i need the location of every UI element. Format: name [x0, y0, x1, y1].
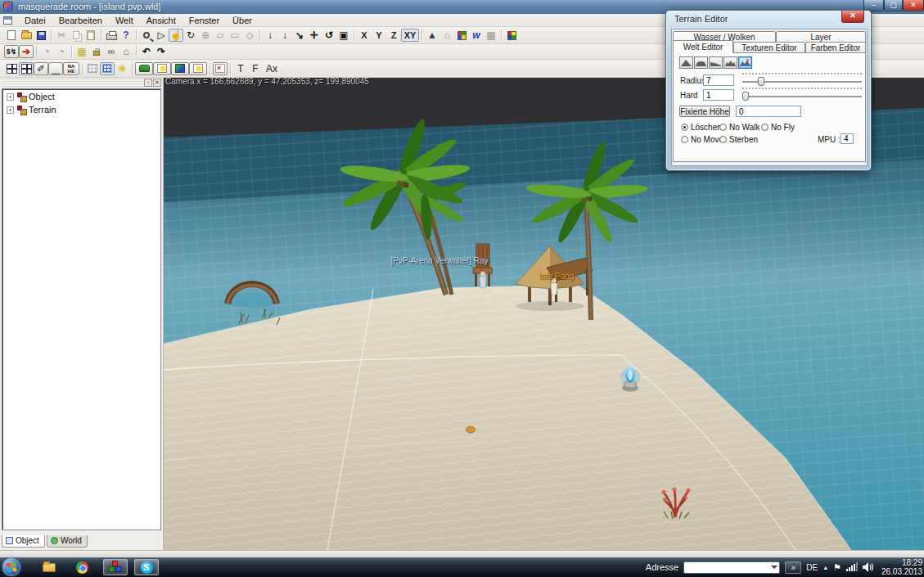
tool-gray-2-icon[interactable]: ▱ — [213, 29, 228, 42]
menu-ansicht[interactable]: Ansicht — [140, 15, 183, 26]
grid-yellow-icon[interactable]: ▦ — [74, 45, 89, 58]
brush-water-button[interactable] — [738, 56, 752, 69]
axis-xy-button[interactable]: XY — [401, 29, 419, 42]
vertex-paint-icon[interactable] — [454, 29, 469, 42]
tool-gray-1-icon[interactable]: ⊕ — [198, 29, 213, 42]
brush-slope-button[interactable] — [709, 56, 723, 69]
brush-peak-button[interactable] — [679, 56, 693, 69]
combo-dropdown-icon[interactable] — [771, 566, 778, 572]
radius-slider-thumb[interactable] — [758, 77, 764, 86]
axis-z-button[interactable]: Z — [386, 29, 401, 42]
cut-icon[interactable]: ✂ — [54, 29, 69, 42]
help-icon[interactable]: ? — [119, 29, 133, 42]
ghost-2-icon[interactable]: ◔ — [54, 45, 69, 58]
tab-texturen-editor[interactable]: Texturen Editor — [733, 42, 805, 53]
brush-rough-button[interactable] — [723, 56, 737, 69]
arrow-down-thin-icon[interactable]: ↓ — [263, 29, 277, 42]
tool-gray-3-icon[interactable]: ▭ — [228, 29, 242, 42]
radio-loeschen[interactable]: Löschen — [681, 122, 722, 132]
close-button[interactable]: ✕ — [903, 0, 924, 11]
tab-world[interactable]: World — [47, 535, 88, 548]
menu-bearbeiten[interactable]: Bearbeiten — [52, 15, 109, 26]
start-button[interactable] — [2, 558, 20, 576]
move-cross-icon[interactable]: ✛ — [307, 29, 322, 42]
radio-no-fly[interactable]: No Fly — [761, 122, 795, 132]
grid-blue-icon[interactable] — [100, 62, 115, 75]
water-gradient-icon[interactable] — [171, 62, 189, 75]
radio-sterben[interactable]: Sterben — [719, 134, 758, 144]
show-hidden-icons[interactable]: ▲ — [823, 565, 828, 570]
hard-slider-thumb[interactable] — [742, 92, 749, 101]
language-indicator[interactable]: DE — [806, 563, 818, 572]
picker-wand-icon[interactable]: ✐ — [34, 62, 48, 75]
text-tool-t-button[interactable]: T — [233, 62, 248, 75]
pan-hand-icon[interactable]: ☝ — [169, 29, 183, 42]
home-icon[interactable]: ⌂ — [119, 45, 133, 58]
taskbar-explorer-icon[interactable] — [37, 559, 61, 575]
lock-icon[interactable] — [89, 45, 104, 58]
taskbar-skype-icon[interactable]: S — [134, 559, 159, 575]
w-text-icon[interactable]: w — [469, 29, 484, 42]
tree-node-label[interactable]: Object — [29, 92, 55, 101]
taskbar-clock[interactable]: 18:29 26.03.2013 — [881, 558, 922, 576]
print-icon[interactable] — [104, 29, 119, 42]
new-icon[interactable] — [4, 29, 19, 42]
link-chain-icon[interactable]: ∞ — [104, 45, 119, 58]
radio-no-walk[interactable]: No Walk — [719, 122, 759, 132]
action-center-flag-icon[interactable]: ⚑ — [833, 562, 841, 573]
menu-ueber[interactable]: Über — [226, 15, 259, 26]
texture-grid-icon[interactable] — [504, 29, 519, 42]
mu-gray-icon[interactable]: ▦ — [484, 29, 498, 42]
bounding-box-icon[interactable]: ▣ — [336, 29, 351, 42]
fixed-height-button[interactable]: Fixierte Höhe — [679, 106, 730, 117]
maximize-button[interactable]: ▢ — [884, 0, 903, 11]
volume-icon[interactable] — [863, 562, 873, 572]
arrow-down-bold-icon[interactable]: ↓ — [277, 29, 292, 42]
copy-icon[interactable] — [69, 29, 83, 42]
paste-icon[interactable] — [83, 29, 98, 42]
tree-node-terrain[interactable]: + Terrain — [7, 104, 160, 115]
tab-object[interactable]: Object — [2, 535, 45, 548]
zoom-icon[interactable] — [139, 29, 154, 42]
redo-icon[interactable]: ↷ — [154, 45, 169, 58]
brush-flat-button[interactable] — [694, 56, 708, 69]
axis-y-button[interactable]: Y — [372, 29, 386, 42]
panel-gripper[interactable] — [2, 79, 162, 87]
rotate-ccw-icon[interactable]: ↺ — [322, 29, 336, 42]
radio-no-move[interactable]: No Move — [681, 134, 723, 144]
menu-welt[interactable]: Welt — [109, 15, 140, 26]
hard-input[interactable] — [703, 89, 734, 101]
export-red-arrow-icon[interactable]: ➔ — [19, 45, 34, 58]
undo-icon[interactable]: ↶ — [139, 45, 154, 58]
snowflake-icon[interactable]: ✳ — [115, 62, 129, 75]
terrain-editor-dialog[interactable]: Terrain Editor ✕ Wasser / Wolken bearbei… — [665, 10, 872, 171]
grid-light-icon[interactable] — [85, 62, 100, 75]
radius-input[interactable] — [703, 74, 734, 86]
script-page-icon[interactable]: $↯ — [4, 45, 19, 58]
tab-welt-editor[interactable]: Welt Editor — [673, 40, 733, 53]
address-input[interactable] — [685, 562, 770, 573]
go-button[interactable]: » — [785, 561, 801, 574]
save-icon[interactable] — [34, 29, 48, 42]
tree-node-label[interactable]: Terrain — [29, 105, 56, 115]
mountain-icon[interactable]: ▲ — [425, 29, 439, 42]
fixed-height-input[interactable] — [736, 106, 801, 117]
grid-cross-icon[interactable] — [4, 62, 19, 75]
vertex-colors-icon[interactable] — [153, 62, 171, 75]
network-icon[interactable] — [846, 563, 858, 571]
ghost-1-icon[interactable]: ◔ — [39, 45, 54, 58]
panel-restore-button[interactable]: ▫ — [144, 79, 152, 87]
open-icon[interactable] — [19, 29, 34, 42]
expander-icon[interactable]: + — [7, 93, 14, 101]
text-tool-f-button[interactable]: F — [248, 62, 263, 75]
text-tool-ax-button[interactable]: Ax — [263, 62, 281, 75]
expander-icon[interactable]: + — [7, 106, 14, 114]
tab-farben-editor[interactable]: Farben Editor — [805, 42, 866, 53]
delete-texture-icon[interactable] — [213, 62, 228, 75]
taskbar-chrome-icon[interactable] — [70, 559, 94, 575]
tree-node-object[interactable]: + Object — [7, 91, 160, 102]
city-icon[interactable]: ⌂ — [439, 29, 454, 42]
mpu-input[interactable] — [841, 133, 854, 144]
grid-cross-boxed-icon[interactable] — [19, 62, 34, 75]
select-arrow-icon[interactable]: ▷ — [154, 29, 169, 42]
